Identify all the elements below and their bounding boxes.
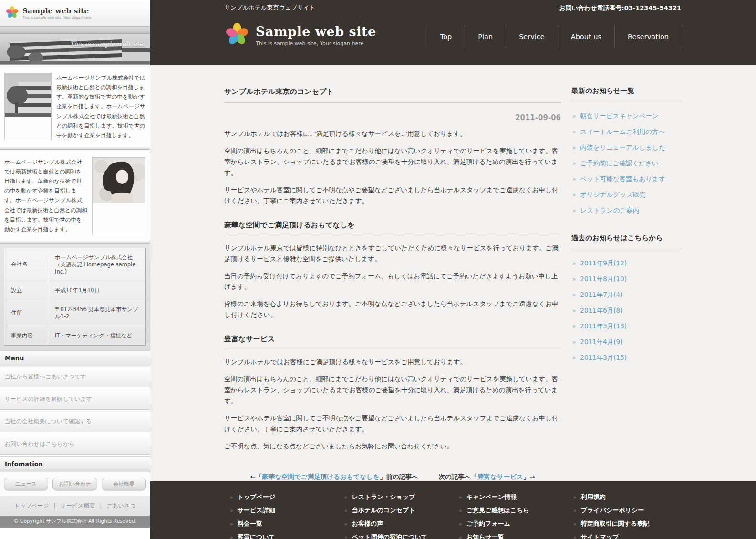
menu-item-contact[interactable]: お問い合わせはこちらから <box>0 434 150 455</box>
list-item: »オリジナルグッズ販売 <box>572 191 682 199</box>
chevron-right-icon: » <box>573 508 577 514</box>
nav-plan[interactable]: Plan <box>465 25 506 49</box>
archive-link[interactable]: 2011年5月(13) <box>580 322 627 331</box>
chevron-right-icon: » <box>573 534 577 539</box>
site-note: サンプルホテル東京ウェブサイト <box>224 4 315 12</box>
portrait-photo <box>92 157 145 234</box>
nav-reservation[interactable]: Reservation <box>614 25 682 49</box>
list-item: »2011年4月(9) <box>572 338 682 346</box>
left-button-row: ニュース お問い合わせ 会社概要 <box>0 472 150 496</box>
news-link[interactable]: レストランのご案内 <box>580 206 639 215</box>
footer-link[interactable]: キャンペーン情報 <box>466 493 517 501</box>
left-footer-link-greeting[interactable]: ごあいさつ <box>106 502 135 510</box>
footer-link[interactable]: 利用規約 <box>581 493 606 501</box>
footer-link[interactable]: 料金一覧 <box>238 519 262 528</box>
pager-prev-label: 」前の記事へ <box>380 473 419 480</box>
article-paragraph: サンプルホテル東京では皆様に特別なひとときをすごしていただくために様々なサービス… <box>224 243 561 264</box>
site-logo[interactable]: Sample web site This is sample web site,… <box>225 22 376 49</box>
about-block-2: ホームページサンプル株式会社では最新技術と自然との調和を目指します。革新的な技術… <box>0 150 150 241</box>
footer-link[interactable]: ご意見ご感想はこちら <box>466 506 529 515</box>
nav-top[interactable]: Top <box>427 25 465 49</box>
archive-list-title: 過去のお知らせはこちらから <box>571 234 682 248</box>
table-label: 設立 <box>4 281 48 300</box>
footer-link[interactable]: ご予約フォーム <box>466 519 510 528</box>
pager-prev: ←「豪華な空間でご満足頂けるおもてなしを」前の記事へ <box>250 473 418 481</box>
archive-link[interactable]: 2011年6月(8) <box>580 306 622 315</box>
left-footer-link-top[interactable]: トップページ <box>14 502 49 510</box>
chevron-right-icon: » <box>573 494 577 500</box>
archive-link[interactable]: 2011年3月(15) <box>580 354 627 362</box>
table-row: 事業内容 IT・マーケティング・福祉など <box>4 326 146 345</box>
list-item: »ご予約前にご確認ください <box>572 159 682 168</box>
nav-about[interactable]: About us <box>558 25 614 49</box>
list-item: »内装をリニューアルしました <box>572 143 682 152</box>
article-paragraph: サンプルホテルではお客様にご満足頂ける様々なサービスをご用意しております。 <box>224 356 561 367</box>
menu-header: Menu <box>0 350 150 366</box>
section-heading: 豊富なサービス <box>224 335 561 350</box>
news-link[interactable]: ペット可能な客室もあります <box>580 175 665 183</box>
chevron-right-icon: » <box>572 192 576 198</box>
menu-item-company[interactable]: 当社の会社概要について確認する <box>0 411 150 432</box>
table-value: ホームページサンプル株式会社 （英語表記 Homepage sample Inc… <box>48 248 146 281</box>
chevron-right-icon: » <box>572 323 576 330</box>
list-item: »2011年6月(8) <box>572 306 682 315</box>
link-separator: ｜ <box>52 502 58 510</box>
table-label: 会社名 <box>4 248 48 281</box>
footer-link[interactable]: お知らせ一覧 <box>466 533 504 539</box>
footer-link[interactable]: プライバシーポリシー <box>581 506 644 515</box>
footer-link[interactable]: 特定商取引に関する表記 <box>581 519 650 528</box>
archive-link[interactable]: 2011年4月(9) <box>580 338 622 346</box>
archive-link[interactable]: 2011年8月(10) <box>580 275 627 284</box>
chevron-right-icon: » <box>572 276 576 283</box>
table-row: 住所 〒012-3456 見本県見本市サンプル1-2 <box>4 300 146 326</box>
about-text: ホームページサンプル株式会社では最新技術と自然との調和を目指します。革新的な技術… <box>56 73 145 140</box>
chevron-right-icon: » <box>344 534 348 539</box>
site-logo-title: Sample web site <box>256 24 376 39</box>
main-nav: Top Plan Service About us Reservation <box>427 25 682 49</box>
menu-item-greeting[interactable]: 当社から皆様へごあいさつです <box>0 366 150 387</box>
pager-prev-link[interactable]: 豪華な空間でご満足頂けるおもてなしを <box>262 473 379 480</box>
pager-next-link[interactable]: 豊富なサービス <box>477 473 523 480</box>
footer-link[interactable]: レストラン・ショップ <box>352 493 415 501</box>
archive-link[interactable]: 2011年7月(4) <box>580 291 622 299</box>
footer-link[interactable]: トップページ <box>238 493 276 501</box>
building-photo <box>4 73 52 140</box>
article-paragraph: 空間の演出はもちろんのこと、細部にまでこだわり他にはない高いクオリティでのサービ… <box>224 374 561 407</box>
news-link[interactable]: スイートルームご利用の方へ <box>580 128 665 136</box>
left-footer-links: トップページ ｜ サービス概要 ｜ ごあいさつ <box>0 496 150 516</box>
pager-next-label: 次の記事へ「 <box>438 473 477 480</box>
news-link[interactable]: ご予約前にご確認ください <box>580 159 658 168</box>
nav-service[interactable]: Service <box>506 25 558 49</box>
news-button[interactable]: ニュース <box>4 478 48 490</box>
chevron-right-icon: » <box>230 508 233 514</box>
footer-link[interactable]: お客様の声 <box>352 519 383 528</box>
footer-link[interactable]: 客室について <box>238 533 275 539</box>
chevron-right-icon: » <box>573 521 577 527</box>
pager-next: 次の記事へ「豊富なサービス」→ <box>438 473 535 481</box>
contact-button[interactable]: お問い合わせ <box>52 478 97 490</box>
menu-item-service[interactable]: サービスの詳細を解説しています <box>0 389 150 410</box>
chevron-right-icon: » <box>572 160 576 167</box>
footer-link[interactable]: サイトマップ <box>581 533 619 539</box>
article-paragraph: サンプルホテルではお客様にご満足頂ける様々なサービスをご用意しております。 <box>224 128 561 139</box>
news-link[interactable]: 朝食サービスキャンペーン <box>580 112 659 121</box>
table-value: IT・マーケティング・福祉など <box>48 326 146 345</box>
company-info-table: 会社名 ホームページサンプル株式会社 （英語表記 Homepage sample… <box>0 244 150 350</box>
footer-link[interactable]: 当ホテルのコンセプト <box>352 506 415 515</box>
footer-link[interactable]: サービス詳細 <box>238 506 275 515</box>
link-separator: ｜ <box>98 502 104 510</box>
chevron-right-icon: » <box>459 494 462 500</box>
news-link[interactable]: オリジナルグッズ販売 <box>580 191 646 199</box>
company-button[interactable]: 会社概要 <box>102 478 146 490</box>
left-copyright: © Copyright サンプル株式会社 All Rights Reseved. <box>0 516 150 528</box>
left-footer-link-service[interactable]: サービス概要 <box>61 502 95 510</box>
news-list-title: 最新のお知らせ一覧 <box>571 86 682 101</box>
list-item: »スイートルームご利用の方へ <box>572 128 682 136</box>
chevron-right-icon: » <box>344 508 348 514</box>
article-paragraph: 当日の予約も受け付けておりますのでご予約フォーム、もしくはお電話にてご予約いただ… <box>224 271 561 293</box>
news-link[interactable]: 内装をリニューアルしました <box>580 143 665 152</box>
archive-link[interactable]: 2011年9月(12) <box>580 259 627 268</box>
list-item: »朝食サービスキャンペーン <box>572 112 682 121</box>
left-logo[interactable]: Sample web site This is sample web site.… <box>0 0 150 26</box>
footer-link[interactable]: ペット同伴の宿泊について <box>352 533 427 539</box>
